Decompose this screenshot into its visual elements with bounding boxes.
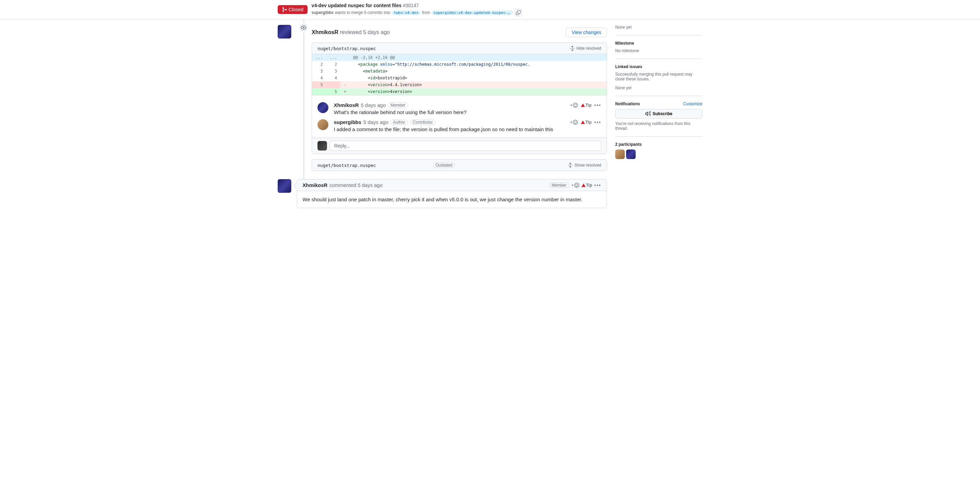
pr-author[interactable]: supergibbs: [312, 10, 334, 15]
tip-button[interactable]: Tip: [581, 103, 592, 108]
copy-icon: [516, 10, 520, 15]
tip-button[interactable]: Tip: [581, 120, 592, 124]
pr-sticky-header: Closed v4-dev updated nuspec for content…: [0, 0, 980, 19]
review-author[interactable]: XhmikosR: [312, 29, 338, 35]
comment-menu-button[interactable]: •••: [594, 183, 601, 188]
sidebar-title: Notifications: [615, 102, 640, 106]
smiley-icon: [573, 102, 578, 108]
svg-point-5: [576, 121, 576, 121]
inline-comment: XhmikosR 5 days ago Member + Tip ••• Wha…: [318, 102, 601, 115]
reply-input[interactable]: Reply...: [330, 140, 601, 151]
pr-number: #30147: [403, 3, 419, 8]
review-file-box: nuget/bootstrap.nuspec Hide resolved ...…: [312, 43, 607, 154]
svg-point-6: [574, 183, 579, 187]
comment-time[interactable]: 5 days ago: [361, 102, 385, 108]
sidebar-title: 2 participants: [615, 142, 702, 147]
hide-resolved-toggle[interactable]: Hide resolved: [570, 46, 601, 51]
state-label: Closed: [288, 7, 304, 12]
copy-branch-button[interactable]: [514, 9, 522, 16]
file-path[interactable]: nuget/bootstrap.nuspec: [318, 163, 430, 168]
unmute-icon: [645, 111, 651, 116]
outdated-badge: Outdated: [433, 163, 455, 168]
sidebar-title: Milestone: [615, 41, 702, 46]
base-branch[interactable]: twbs:v4-dev: [392, 11, 421, 15]
avatar[interactable]: [318, 102, 328, 113]
eye-icon: [301, 25, 306, 30]
diff-line-context: 33 <metadata>: [312, 68, 607, 75]
comment-author[interactable]: supergibbs: [334, 119, 361, 125]
avatar[interactable]: [318, 141, 327, 150]
reply-box: Reply...: [312, 137, 607, 153]
svg-point-8: [577, 184, 578, 185]
svg-point-2: [576, 104, 576, 105]
review-eye-badge: [299, 23, 308, 32]
role-badge: Member: [388, 102, 408, 108]
state-badge-closed: Closed: [278, 5, 308, 14]
role-badge: Author: [390, 120, 408, 125]
sidebar-none-yet: None yet: [615, 25, 702, 35]
svg-point-1: [574, 104, 574, 105]
add-reaction-button[interactable]: +: [570, 120, 578, 125]
show-resolved-toggle[interactable]: Show resolved: [568, 163, 601, 168]
diff-line-context: 44 <id>bootstrapid>: [312, 75, 607, 81]
comment-body: I added a comment to the file; the versi…: [334, 126, 601, 132]
participant-avatar[interactable]: [626, 150, 636, 159]
comment-menu-button[interactable]: •••: [594, 102, 601, 108]
svg-point-4: [574, 121, 574, 121]
diff-line-context: 22 <package xmlns="http://schemas.micros…: [312, 61, 607, 68]
outdated-file-box: nuget/bootstrap.nuspec Outdated Show res…: [312, 160, 607, 171]
svg-point-0: [573, 103, 578, 107]
sidebar-milestone[interactable]: Milestone No milestone: [615, 35, 702, 59]
comment-author[interactable]: XhmikosR: [302, 182, 327, 188]
add-reaction-button[interactable]: +: [571, 183, 579, 188]
view-changes-button[interactable]: View changes: [566, 27, 607, 37]
role-badge: Contributor: [410, 120, 436, 125]
comment-time[interactable]: 5 days ago: [358, 182, 382, 188]
svg-point-3: [573, 120, 578, 124]
timeline-comment: XhmikosR commented 5 days ago Member + T…: [297, 179, 607, 208]
from-text: from: [422, 10, 430, 15]
sidebar-notifications: Notifications Customize Subscribe You're…: [615, 96, 702, 137]
add-reaction-button[interactable]: +: [570, 102, 578, 108]
avatar[interactable]: [278, 25, 291, 38]
review-time[interactable]: 5 days ago: [363, 29, 390, 35]
inline-comments: XhmikosR 5 days ago Member + Tip ••• Wha…: [312, 95, 607, 137]
sidebar-participants: 2 participants: [615, 137, 702, 164]
git-pull-request-icon: [282, 7, 287, 12]
diff-line-addition: 5+ <version>4version>: [312, 88, 607, 95]
customize-link[interactable]: Customize: [683, 102, 702, 106]
triangle-icon: [581, 121, 585, 124]
diff-line-deletion: 5- <version>4.4.1version>: [312, 81, 607, 88]
triangle-icon: [582, 183, 585, 187]
comment-body: We should just land one patch in master,…: [297, 191, 607, 208]
comment-author[interactable]: XhmikosR: [334, 102, 359, 108]
role-badge: Member: [549, 183, 569, 188]
file-path[interactable]: nuget/bootstrap.nuspec: [318, 46, 570, 51]
diff-table: ...... @@ -2,16 +2,16 @@ 22 <package xml…: [312, 54, 607, 95]
compare-branch[interactable]: supergibbs:v4-dev-updated-nuspec-cont…: [431, 11, 513, 15]
subscribe-button[interactable]: Subscribe: [615, 109, 702, 118]
comment-body: What's the rationale behind not using th…: [334, 109, 601, 115]
smiley-icon: [574, 183, 579, 188]
comment-time[interactable]: 5 days ago: [363, 119, 388, 125]
sidebar-title: Linked issues: [615, 64, 702, 69]
sidebar: None yet Milestone No milestone Linked i…: [615, 25, 702, 214]
unfold-icon: [568, 163, 573, 168]
merge-text: wants to merge 5 commits into: [335, 10, 390, 15]
inline-comment: supergibbs 5 days ago Author Contributor…: [318, 119, 601, 132]
pr-title[interactable]: v4-dev updated nuspec for content files: [312, 3, 402, 8]
comment-menu-button[interactable]: •••: [594, 120, 601, 125]
avatar[interactable]: [318, 119, 328, 130]
tip-button[interactable]: Tip: [582, 183, 592, 188]
review-event: XhmikosR reviewed 5 days ago View change…: [297, 25, 607, 171]
unfold-icon: [570, 46, 575, 51]
hunk-header: ...... @@ -2,16 +2,16 @@: [312, 54, 607, 61]
smiley-icon: [573, 120, 578, 125]
avatar[interactable]: [278, 179, 291, 193]
sidebar-linked-issues[interactable]: Linked issues Successfully merging this …: [615, 59, 702, 96]
triangle-icon: [581, 104, 585, 107]
participant-avatar[interactable]: [615, 150, 625, 159]
